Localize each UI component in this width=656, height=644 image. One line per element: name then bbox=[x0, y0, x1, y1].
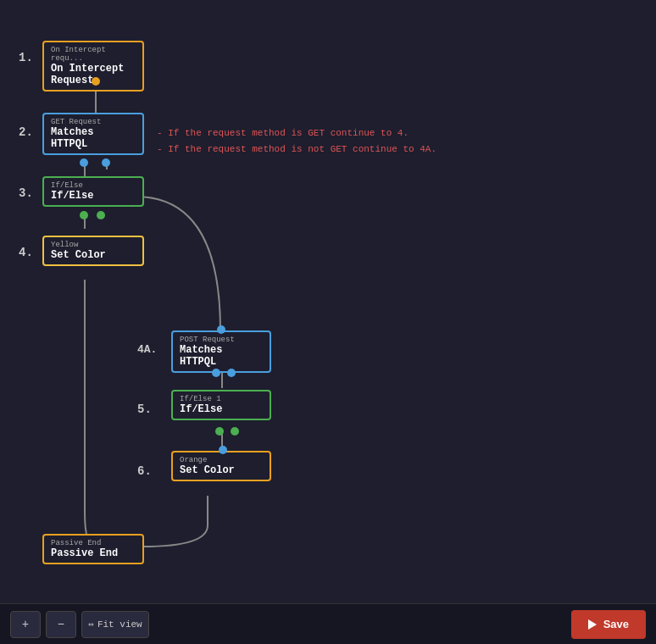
fit-view-button[interactable]: ⇔ Fit view bbox=[81, 611, 149, 638]
node-6[interactable]: Orange Set Color bbox=[171, 451, 271, 481]
step-4-label: 4. bbox=[19, 246, 33, 259]
annotation-line1: - If the request method is GET continue … bbox=[157, 125, 436, 142]
step-4a-label: 4A. bbox=[137, 343, 157, 356]
step-6-label: 6. bbox=[137, 464, 152, 478]
node-6-title1: Set Color bbox=[180, 464, 263, 476]
step-1-label: 1. bbox=[19, 51, 33, 64]
step-5-label: 5. bbox=[137, 402, 152, 416]
zoom-in-button[interactable]: + bbox=[10, 611, 41, 638]
node-2-title1: Matches bbox=[51, 126, 136, 138]
dot-n1-bottom bbox=[92, 77, 100, 86]
step-2-label: 2. bbox=[19, 125, 33, 139]
node-3[interactable]: If/Else If/Else bbox=[42, 176, 144, 207]
dot-n4a-bottom-right bbox=[227, 369, 236, 377]
dot-n4a-top bbox=[217, 325, 225, 334]
dot-n5-bottom-right bbox=[231, 427, 239, 436]
node-4a[interactable]: POST Request Matches HTTPQL bbox=[171, 330, 271, 373]
save-label: Save bbox=[603, 618, 629, 630]
node-3-title1: If/Else bbox=[51, 190, 136, 202]
dot-n4a-bottom-left bbox=[212, 369, 220, 377]
node-5-title1: If/Else bbox=[180, 403, 263, 415]
dot-n6-top bbox=[219, 446, 227, 454]
annotation-text: - If the request method is GET continue … bbox=[157, 125, 436, 157]
node-2-label: GET Request bbox=[51, 118, 136, 126]
dot-n3-bottom-left bbox=[80, 211, 88, 219]
node-end[interactable]: Passive End Passive End bbox=[42, 534, 144, 564]
node-4a-label: POST Request bbox=[180, 336, 263, 344]
zoom-out-button[interactable]: − bbox=[46, 611, 76, 638]
node-4[interactable]: Yellow Set Color bbox=[42, 236, 144, 266]
annotation-line2: - If the request method is not GET conti… bbox=[157, 142, 436, 158]
node-3-label: If/Else bbox=[51, 181, 136, 190]
node-4a-title1: Matches bbox=[180, 344, 263, 356]
step-3-label: 3. bbox=[19, 186, 33, 200]
node-4a-title2: HTTPQL bbox=[180, 356, 263, 368]
node-end-label: Passive End bbox=[51, 539, 136, 547]
fit-label: Fit view bbox=[97, 619, 142, 630]
dot-n2-bottom-left bbox=[80, 158, 88, 167]
dot-n2-bottom-right bbox=[102, 158, 110, 167]
toolbar-left: + − ⇔ Fit view bbox=[10, 611, 149, 638]
node-1-title1: On Intercept bbox=[51, 63, 136, 75]
node-2-title2: HTTPQL bbox=[51, 138, 136, 150]
node-6-label: Orange bbox=[180, 456, 263, 464]
node-5-label: If/Else 1 bbox=[180, 395, 263, 403]
fit-icon: ⇔ bbox=[88, 619, 94, 630]
dot-n3-bottom-right bbox=[97, 211, 105, 219]
node-4-title1: Set Color bbox=[51, 249, 136, 261]
node-end-title1: Passive End bbox=[51, 547, 136, 559]
save-button[interactable]: Save bbox=[571, 610, 646, 639]
node-1-label: On Intercept requ... bbox=[51, 46, 136, 63]
toolbar: + − ⇔ Fit view Save bbox=[0, 603, 656, 644]
node-4-label: Yellow bbox=[51, 241, 136, 249]
node-5[interactable]: If/Else 1 If/Else bbox=[171, 390, 271, 420]
node-2[interactable]: GET Request Matches HTTPQL bbox=[42, 113, 144, 155]
play-icon bbox=[588, 619, 597, 630]
flow-canvas: 1. On Intercept requ... On Intercept Req… bbox=[0, 0, 656, 644]
dot-n5-bottom-left bbox=[215, 427, 224, 436]
